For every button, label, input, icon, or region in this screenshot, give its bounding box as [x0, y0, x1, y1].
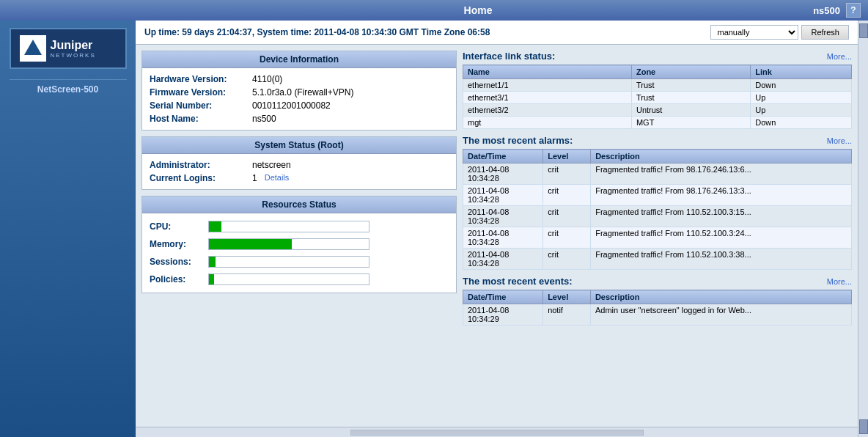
hw-version-label: Hardware Version: — [150, 74, 252, 84]
top-bar: Home ns500 ? — [0, 0, 868, 21]
refresh-interval-select[interactable]: manually 30 seconds 1 minute 5 minutes — [710, 25, 798, 40]
event-col-desc: Description — [590, 290, 851, 304]
hw-version-value: 4110(0) — [252, 74, 282, 84]
refresh-button[interactable]: Refresh — [801, 25, 849, 40]
logins-row: Current Logins: 1 Details — [150, 172, 449, 185]
cpu-bar — [209, 221, 221, 232]
fw-version-row: Firmware Version: 5.1.0r3a.0 (Firewall+V… — [150, 86, 449, 99]
cpu-label: CPU: — [150, 221, 208, 232]
help-button[interactable]: ? — [846, 3, 861, 18]
policies-row: Policies: — [150, 271, 449, 288]
resources-header: Resources Status — [142, 197, 456, 213]
device-info-header: Device Information — [142, 51, 456, 68]
main-layout: Juniper NETWORKS NetScreen-500 Up time: … — [0, 21, 868, 437]
admin-label: Administrator: — [150, 160, 252, 170]
hostname-row: Host Name: ns500 — [150, 112, 449, 125]
alarms-header-row: The most recent alarms: More... — [463, 135, 852, 146]
iface-more-link[interactable]: More... — [827, 52, 852, 61]
left-column: Device Information Hardware Version: 411… — [141, 51, 457, 421]
device-name: NetScreen-500 — [10, 79, 127, 95]
interface-status-section: Interface link status: More... Name Zone… — [463, 51, 852, 129]
hostname-label: ns500 — [813, 5, 840, 16]
serial-value: 0010112001000082 — [252, 100, 331, 111]
sessions-label: Sessions: — [150, 257, 208, 267]
iface-header-row: Interface link status: More... — [463, 51, 852, 62]
logo-juniper: Juniper — [51, 39, 96, 52]
alarm-col-datetime: Date/Time — [463, 150, 543, 164]
content-area: Up time: 59 days 21:04:37, System time: … — [136, 21, 858, 437]
juniper-logo-icon — [20, 35, 46, 62]
hostname-field-value: ns500 — [252, 114, 276, 124]
sidebar: Juniper NETWORKS NetScreen-500 — [0, 21, 136, 437]
table-row: 2011-04-0810:34:29notifAdmin user "netsc… — [463, 304, 852, 326]
fw-version-value: 5.1.0r3a.0 (Firewall+VPN) — [252, 87, 353, 98]
table-row: 2011-04-0810:34:28critFragmented traffic… — [463, 249, 852, 270]
memory-row: Memory: — [150, 235, 449, 253]
fw-version-label: Firmware Version: — [150, 87, 252, 98]
iface-title: Interface link status: — [463, 51, 555, 62]
device-info-box: Device Information Hardware Version: 411… — [141, 51, 457, 131]
interface-table: Name Zone Link ethernet1/1TrustDown ethe… — [463, 65, 852, 129]
vertical-scrollbar[interactable] — [858, 21, 868, 437]
events-section: The most recent events: More... Date/Tim… — [463, 276, 852, 326]
serial-label: Serial Number: — [150, 100, 252, 111]
system-status-header: System Status (Root) — [142, 137, 456, 154]
resources-box: Resources Status CPU: Memory: — [141, 196, 457, 293]
table-row: 2011-04-0810:34:28critFragmented traffic… — [463, 206, 852, 227]
event-col-level: Level — [543, 290, 591, 304]
system-status-body: Administrator: netscreen Current Logins:… — [142, 154, 456, 189]
table-row: mgtMGTDown — [463, 117, 852, 129]
table-row: ethernet3/2UntrustUp — [463, 104, 852, 117]
table-row: 2011-04-0810:34:28critFragmented traffic… — [463, 185, 852, 206]
events-header-row: The most recent events: More... — [463, 276, 852, 287]
device-info-body: Hardware Version: 4110(0) Firmware Versi… — [142, 68, 456, 130]
events-title: The most recent events: — [463, 276, 573, 287]
alarms-section: The most recent alarms: More... Date/Tim… — [463, 135, 852, 270]
policies-bar — [209, 274, 214, 284]
alarm-col-desc: Description — [591, 150, 852, 164]
logo-networks: NETWORKS — [51, 52, 96, 59]
sessions-bar — [209, 257, 216, 267]
policies-label: Policies: — [150, 274, 208, 284]
memory-bar — [209, 239, 292, 249]
logo-text: Juniper NETWORKS — [51, 39, 96, 59]
table-row: 2011-04-0810:34:28critFragmented traffic… — [463, 164, 852, 185]
sessions-bar-container — [208, 256, 369, 268]
alarms-title: The most recent alarms: — [463, 135, 573, 146]
top-bar-right: ns500 ? — [813, 3, 861, 18]
admin-row: Administrator: netscreen — [150, 158, 449, 172]
right-column: Interface link status: More... Name Zone… — [463, 51, 852, 421]
logo-area: Juniper NETWORKS — [10, 28, 127, 69]
hw-version-row: Hardware Version: 4110(0) — [150, 73, 449, 86]
logins-value: 1 — [252, 173, 265, 183]
events-table: Date/Time Level Description 2011-04-0810… — [463, 290, 852, 326]
policies-bar-container — [208, 273, 369, 285]
sessions-row: Sessions: — [150, 253, 449, 271]
table-row: 2011-04-0810:34:28critFragmented traffic… — [463, 227, 852, 249]
logins-label: Current Logins: — [150, 173, 252, 183]
refresh-controls: manually 30 seconds 1 minute 5 minutes R… — [710, 25, 849, 40]
system-status-box: System Status (Root) Administrator: nets… — [141, 136, 457, 190]
serial-row: Serial Number: 0010112001000082 — [150, 99, 449, 112]
resources-body: CPU: Memory: Sessions: — [142, 213, 456, 293]
iface-col-name: Name — [463, 65, 632, 79]
table-row: ethernet3/1TrustUp — [463, 92, 852, 104]
alarm-col-level: Level — [543, 150, 591, 164]
uptime-bar: Up time: 59 days 21:04:37, System time: … — [136, 21, 858, 45]
cpu-row: CPU: — [150, 218, 449, 235]
alarms-table: Date/Time Level Description 2011-04-0810… — [463, 149, 852, 270]
alarms-more-link[interactable]: More... — [827, 136, 852, 145]
hostname-field-label: Host Name: — [150, 114, 252, 124]
iface-col-zone: Zone — [631, 65, 750, 79]
table-row: ethernet1/1TrustDown — [463, 79, 852, 92]
page-title: Home — [143, 4, 813, 16]
memory-bar-container — [208, 238, 369, 250]
memory-label: Memory: — [150, 239, 208, 249]
details-link[interactable]: Details — [265, 173, 290, 183]
admin-value: netscreen — [252, 160, 291, 170]
cpu-bar-container — [208, 221, 369, 232]
events-more-link[interactable]: More... — [827, 277, 852, 286]
iface-col-link: Link — [751, 65, 852, 79]
event-col-datetime: Date/Time — [463, 290, 543, 304]
horizontal-scrollbar[interactable] — [136, 427, 858, 437]
